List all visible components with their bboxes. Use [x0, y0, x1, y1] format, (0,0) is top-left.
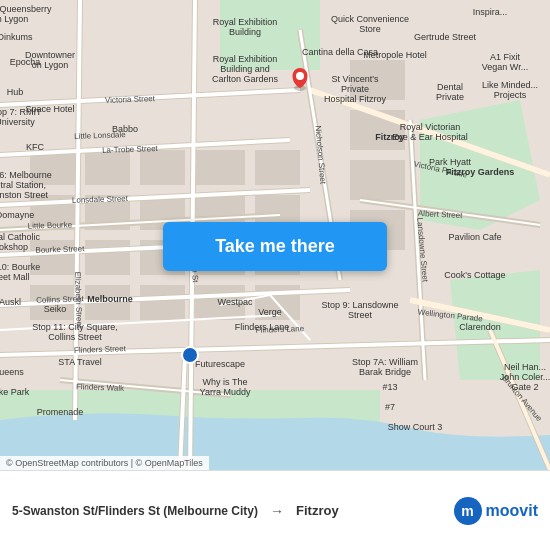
- moovit-label: moovit: [486, 502, 538, 520]
- svg-text:Building: Building: [229, 27, 261, 37]
- svg-text:Store: Store: [359, 24, 381, 34]
- svg-text:University: University: [0, 117, 35, 127]
- svg-text:Little Lonsdale: Little Lonsdale: [74, 130, 126, 141]
- svg-text:Royal Exhibition: Royal Exhibition: [213, 17, 278, 27]
- svg-text:Pavilion Cafe: Pavilion Cafe: [448, 232, 501, 242]
- svg-text:Victoria Street: Victoria Street: [105, 94, 156, 105]
- copyright-text: © OpenStreetMap contributors | © OpenMap…: [6, 458, 203, 468]
- svg-text:Dental: Dental: [437, 82, 463, 92]
- svg-rect-27: [350, 160, 405, 200]
- svg-rect-11: [85, 240, 130, 275]
- route-info: 5-Swanston St/Flinders St (Melbourne Cit…: [12, 503, 454, 519]
- svg-text:Quick Convenience: Quick Convenience: [331, 14, 409, 24]
- svg-text:#7: #7: [385, 402, 395, 412]
- svg-rect-9: [85, 150, 130, 185]
- svg-text:Queens: Queens: [0, 367, 24, 377]
- svg-text:KFC: KFC: [26, 142, 45, 152]
- svg-text:Private: Private: [436, 92, 464, 102]
- svg-text:Bike Park: Bike Park: [0, 387, 30, 397]
- svg-text:on Lygon: on Lygon: [32, 60, 69, 70]
- copyright-bar: © OpenStreetMap contributors | © OpenMap…: [0, 456, 209, 470]
- svg-text:Stop 9: Lansdowne: Stop 9: Lansdowne: [321, 300, 398, 310]
- app-container: Victoria Street La-Trobe Street Lonsdale…: [0, 0, 550, 550]
- svg-text:Domayne: Domayne: [0, 210, 34, 220]
- svg-text:Bookshop: Bookshop: [0, 242, 28, 252]
- bottom-bar: 5-Swanston St/Flinders St (Melbourne Cit…: [0, 470, 550, 550]
- svg-text:Like Minded...: Like Minded...: [482, 80, 538, 90]
- svg-text:Central Station,: Central Station,: [0, 180, 46, 190]
- route-arrow: →: [270, 503, 284, 519]
- svg-text:Futurescape: Futurescape: [195, 359, 245, 369]
- svg-text:Inspira...: Inspira...: [473, 7, 508, 17]
- svg-text:John Coler...: John Coler...: [500, 372, 550, 382]
- svg-rect-17: [195, 150, 245, 185]
- svg-text:Collins Street: Collins Street: [48, 332, 102, 342]
- route-to: Fitzroy: [296, 503, 339, 518]
- moovit-icon: m: [454, 497, 482, 525]
- svg-text:Downtowner: Downtowner: [25, 50, 75, 60]
- svg-text:Melbourne: Melbourne: [87, 294, 133, 304]
- svg-rect-16: [140, 285, 185, 320]
- svg-rect-13: [140, 150, 185, 185]
- svg-text:Flinders Walk: Flinders Walk: [76, 382, 125, 393]
- svg-text:Seiko: Seiko: [44, 304, 67, 314]
- svg-text:Why is The: Why is The: [203, 377, 248, 387]
- svg-rect-21: [255, 150, 300, 185]
- svg-text:Royal Exhibition: Royal Exhibition: [213, 54, 278, 64]
- svg-text:Private: Private: [341, 84, 369, 94]
- svg-text:Street Mall: Street Mall: [0, 272, 30, 282]
- svg-text:St Vincent's: St Vincent's: [331, 74, 379, 84]
- svg-text:Stop 7A: William: Stop 7A: William: [352, 357, 418, 367]
- svg-text:A1 Fixit: A1 Fixit: [490, 52, 521, 62]
- svg-text:on Lygon: on Lygon: [0, 14, 28, 24]
- svg-text:Building and: Building and: [220, 64, 270, 74]
- svg-text:Royal Victorian: Royal Victorian: [400, 122, 460, 132]
- svg-text:#13: #13: [382, 382, 397, 392]
- svg-text:Street: Street: [348, 310, 373, 320]
- svg-text:Stop 4: Queensberry: Stop 4: Queensberry: [0, 4, 52, 14]
- svg-text:Show Court 3: Show Court 3: [388, 422, 443, 432]
- svg-text:Vegan Wr...: Vegan Wr...: [482, 62, 528, 72]
- svg-text:Stop 6: Melbourne: Stop 6: Melbourne: [0, 170, 52, 180]
- svg-text:Verge: Verge: [258, 307, 282, 317]
- svg-text:Neil Han...: Neil Han...: [504, 362, 546, 372]
- route-from: 5-Swanston St/Flinders St (Melbourne Cit…: [12, 504, 258, 518]
- svg-text:STA Travel: STA Travel: [58, 357, 101, 367]
- svg-text:Stop 11: City Square,: Stop 11: City Square,: [32, 322, 118, 332]
- svg-text:Flinders Street: Flinders Street: [74, 344, 127, 355]
- svg-text:Park Hyatt: Park Hyatt: [429, 157, 472, 167]
- svg-text:Little Bourke: Little Bourke: [28, 220, 73, 231]
- svg-text:Carlton Gardens: Carlton Gardens: [212, 74, 279, 84]
- moovit-logo: m moovit: [454, 497, 538, 525]
- svg-text:Swanston Street: Swanston Street: [0, 190, 49, 200]
- svg-text:Auskl: Auskl: [0, 297, 21, 307]
- svg-text:Gate 2: Gate 2: [511, 382, 538, 392]
- svg-text:Hub: Hub: [7, 87, 24, 97]
- svg-text:Fitzroy Gardens: Fitzroy Gardens: [446, 167, 515, 177]
- svg-text:Metropole Hotel: Metropole Hotel: [363, 50, 427, 60]
- svg-text:Hospital Fitzroy: Hospital Fitzroy: [324, 94, 387, 104]
- svg-text:Flinders Lane: Flinders Lane: [235, 322, 290, 332]
- svg-text:Yarra Muddy: Yarra Muddy: [200, 387, 251, 397]
- svg-point-157: [182, 347, 198, 363]
- svg-text:Westpac: Westpac: [218, 297, 253, 307]
- svg-text:Projects: Projects: [494, 90, 527, 100]
- svg-text:Cook's Cottage: Cook's Cottage: [444, 270, 505, 280]
- svg-text:Central Catholic: Central Catholic: [0, 232, 41, 242]
- take-me-there-button[interactable]: Take me there: [163, 222, 387, 271]
- svg-point-156: [296, 72, 304, 80]
- svg-text:Promenade: Promenade: [37, 407, 84, 417]
- svg-text:Stop 10: Bourke: Stop 10: Bourke: [0, 262, 40, 272]
- svg-text:Barak Bridge: Barak Bridge: [359, 367, 411, 377]
- take-me-there-button-container: Take me there: [163, 222, 387, 271]
- svg-text:Fitzroy: Fitzroy: [375, 132, 405, 142]
- svg-text:Bourke Street: Bourke Street: [35, 244, 85, 255]
- svg-text:Space Hotel: Space Hotel: [25, 104, 74, 114]
- svg-text:Gertrude Street: Gertrude Street: [414, 32, 477, 42]
- svg-text:Dinkums: Dinkums: [0, 32, 33, 42]
- svg-text:Clarendon: Clarendon: [459, 322, 501, 332]
